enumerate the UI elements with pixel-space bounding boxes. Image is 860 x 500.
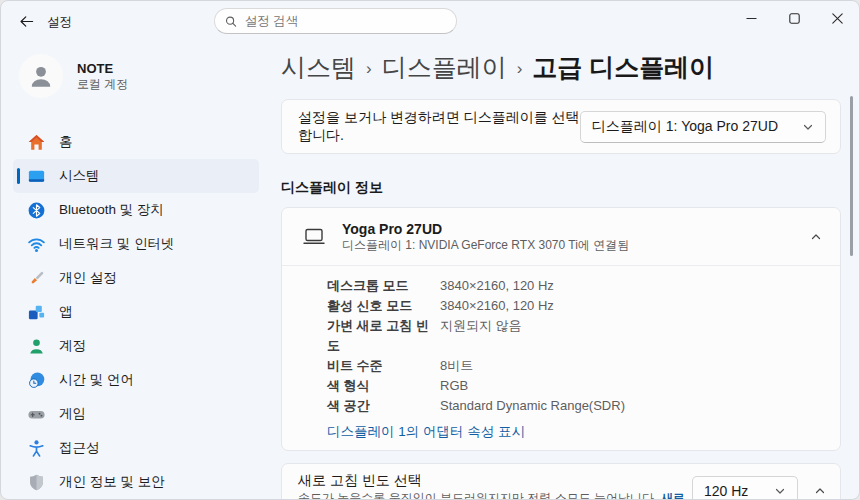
sidebar-item-gaming[interactable]: 게임: [13, 397, 259, 431]
sidebar-item-system[interactable]: 시스템: [13, 159, 259, 193]
minimize-icon: [746, 13, 757, 24]
sidebar-nav: 홈 시스템 Bluetooth 및 장치: [1, 125, 271, 499]
gaming-icon: [27, 405, 46, 424]
info-row-desktop-mode: 데스크톱 모드 3840×2160, 120 Hz: [327, 276, 820, 296]
sidebar-item-label: 개인 설정: [59, 269, 117, 287]
display-info-card: Yoga Pro 27UD 디스플레이 1: NVIDIA GeForce RT…: [281, 207, 841, 451]
sidebar-item-home[interactable]: 홈: [13, 125, 259, 159]
scrollbar[interactable]: [850, 96, 853, 256]
close-icon: [832, 13, 843, 24]
refresh-rate-value: 120 Hz: [704, 483, 748, 499]
sidebar-item-privacy[interactable]: 개인 정보 및 보안: [13, 465, 259, 499]
monitor-icon: [302, 227, 326, 247]
chevron-up-icon: [814, 485, 826, 497]
sidebar-item-label: Bluetooth 및 장치: [59, 201, 164, 219]
accounts-icon: [27, 337, 46, 356]
network-icon: [27, 235, 46, 254]
chevron-down-icon: [802, 121, 814, 133]
device-name: Yoga Pro 27UD: [342, 220, 629, 238]
chevron-up-icon: [810, 231, 822, 243]
device-connection: 디스플레이 1: NVIDIA GeForce RTX 3070 Ti에 연결됨: [342, 238, 629, 253]
info-row-bit-depth: 비트 수준 8비트: [327, 356, 820, 376]
close-button[interactable]: [816, 1, 859, 36]
sidebar-item-label: 개인 정보 및 보안: [59, 473, 165, 491]
home-icon: [27, 133, 46, 152]
app-title: 설정: [47, 14, 72, 31]
info-row-variable-refresh-rate: 가변 새로 고침 빈도 지원되지 않음: [327, 316, 820, 356]
refresh-rate-expander-button[interactable]: [814, 485, 826, 497]
sidebar-item-apps[interactable]: 앱: [13, 295, 259, 329]
bluetooth-icon: [27, 201, 46, 220]
display-select-card: 설정을 보거나 변경하려면 디스플레이를 선택합니다. 디스플레이 1: Yog…: [281, 99, 841, 154]
back-arrow-icon: [19, 14, 34, 29]
display-select-label: 설정을 보거나 변경하려면 디스플레이를 선택합니다.: [298, 109, 580, 145]
main-content: 시스템 › 디스플레이 › 고급 디스플레이 설정을 보거나 변경하려면 디스플…: [271, 41, 859, 500]
search-input[interactable]: [245, 14, 446, 28]
back-button[interactable]: [11, 7, 41, 35]
adapter-properties-link[interactable]: 디스플레이 1의 어댑터 속성 표시: [327, 423, 525, 441]
system-icon: [27, 167, 46, 186]
breadcrumb-system[interactable]: 시스템: [281, 51, 356, 84]
window-controls: [730, 1, 859, 36]
sidebar-item-label: 홈: [59, 133, 73, 151]
sidebar-item-label: 시간 및 언어: [59, 371, 134, 389]
privacy-icon: [27, 473, 46, 492]
page-title: 고급 디스플레이: [532, 51, 714, 84]
search-icon: [225, 15, 237, 28]
refresh-rate-title: 새로 고침 빈도 선택: [298, 471, 690, 489]
sidebar-item-personalization[interactable]: 개인 설정: [13, 261, 259, 295]
apps-icon: [27, 303, 46, 322]
minimize-button[interactable]: [730, 1, 773, 36]
avatar: [19, 54, 63, 98]
sidebar-item-time-language[interactable]: 시간 및 언어: [13, 363, 259, 397]
user-name: NOTE: [77, 61, 128, 77]
info-row-color-format: 색 형식 RGB: [327, 376, 820, 396]
sidebar-item-label: 게임: [59, 405, 86, 423]
section-title-display-info: 디스플레이 정보: [281, 179, 859, 197]
maximize-button[interactable]: [773, 1, 816, 36]
breadcrumb: 시스템 › 디스플레이 › 고급 디스플레이: [281, 49, 859, 85]
display-info-details: 데스크톱 모드 3840×2160, 120 Hz 활성 신호 모드 3840×…: [282, 266, 840, 450]
sidebar-item-label: 시스템: [59, 167, 100, 185]
sidebar-item-accounts[interactable]: 계정: [13, 329, 259, 363]
accessibility-icon: [27, 439, 46, 458]
chevron-down-icon: [774, 485, 786, 497]
sidebar-item-network[interactable]: 네트워크 및 인터넷: [13, 227, 259, 261]
settings-window: 설정 NOTE 로컬 계정: [0, 0, 860, 500]
user-icon: [26, 61, 56, 91]
breadcrumb-display[interactable]: 디스플레이: [382, 51, 507, 84]
sidebar-item-bluetooth[interactable]: Bluetooth 및 장치: [13, 193, 259, 227]
info-row-color-space: 색 공간 Standard Dynamic Range(SDR): [327, 396, 820, 416]
sidebar-item-label: 앱: [59, 303, 73, 321]
breadcrumb-separator: ›: [366, 56, 372, 79]
user-account[interactable]: NOTE 로컬 계정: [19, 53, 271, 99]
maximize-icon: [789, 13, 800, 24]
refresh-rate-description: 속도가 높을수록 움직임이 부드러워지지만 전력 소모도 늘어납니다. 새로 고…: [298, 491, 690, 500]
display-select-value: 디스플레이 1: Yoga Pro 27UD: [592, 118, 778, 136]
sidebar-item-accessibility[interactable]: 접근성: [13, 431, 259, 465]
breadcrumb-separator: ›: [517, 56, 523, 79]
search-box[interactable]: [214, 8, 457, 34]
sidebar-item-label: 네트워크 및 인터넷: [59, 235, 175, 253]
collapse-expander-button[interactable]: [810, 231, 822, 243]
info-row-active-signal-mode: 활성 신호 모드 3840×2160, 120 Hz: [327, 296, 820, 316]
sidebar: NOTE 로컬 계정 홈 시스템: [1, 41, 271, 500]
personalization-icon: [27, 269, 46, 288]
sidebar-item-label: 계정: [59, 337, 86, 355]
refresh-rate-dropdown[interactable]: 120 Hz: [692, 476, 798, 500]
refresh-rate-card: 새로 고침 빈도 선택 속도가 높을수록 움직임이 부드러워지지만 전력 소모도…: [281, 463, 841, 500]
selected-accent-bar: [17, 168, 20, 184]
display-select-dropdown[interactable]: 디스플레이 1: Yoga Pro 27UD: [580, 111, 826, 143]
sidebar-item-label: 접근성: [59, 439, 100, 457]
time-language-icon: [27, 371, 46, 390]
titlebar: 설정: [1, 1, 859, 41]
display-info-header[interactable]: Yoga Pro 27UD 디스플레이 1: NVIDIA GeForce RT…: [282, 208, 840, 265]
user-account-type: 로컬 계정: [77, 77, 128, 92]
